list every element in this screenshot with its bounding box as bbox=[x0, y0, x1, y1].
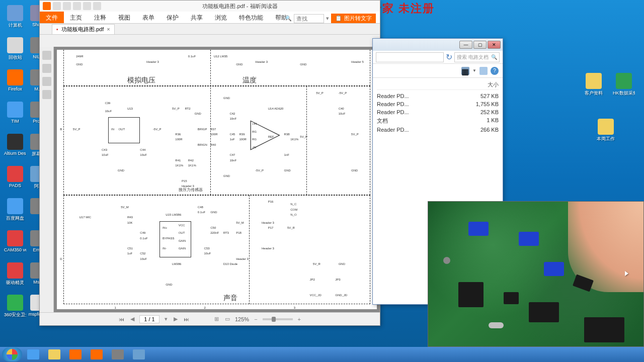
first-page-icon[interactable]: ⏮ bbox=[118, 316, 125, 322]
zoom-in-icon[interactable]: + bbox=[297, 316, 302, 322]
explorer-titlebar: — ▢ ✕ bbox=[373, 39, 503, 51]
cursor-icon bbox=[625, 271, 628, 276]
section-label-temp: 温度 bbox=[243, 76, 257, 85]
pdf-content-area: 模拟电压 温度 声音 接压力传感器 249R GND Header 3 0.1u… bbox=[40, 47, 380, 312]
taskbar bbox=[0, 347, 644, 362]
file-row[interactable]: Reader PD...266 KB bbox=[377, 126, 499, 134]
app-icon bbox=[43, 2, 51, 10]
close-tab-icon[interactable]: × bbox=[107, 26, 110, 32]
pdf-icon: ▪ bbox=[56, 26, 58, 32]
undo-icon[interactable] bbox=[83, 2, 91, 10]
ribbon-tab-5[interactable]: 保护 bbox=[160, 12, 185, 23]
desktop-folder[interactable]: 本周工作 bbox=[596, 119, 616, 147]
search-icon: 🔍 bbox=[285, 15, 292, 22]
explorer-address-bar: ↻ 搜索 电路文档 🔍 bbox=[373, 51, 503, 64]
ribbon-tab-8[interactable]: 特色功能 bbox=[233, 12, 269, 23]
maximize-button[interactable]: ▢ bbox=[473, 41, 487, 49]
pdf-sidebar bbox=[40, 47, 54, 312]
search-dropdown-icon[interactable]: ▾ bbox=[326, 15, 329, 22]
taskbar-item-firefox[interactable] bbox=[65, 348, 86, 361]
prev-page-icon[interactable]: ◀ bbox=[129, 316, 135, 322]
desktop-shortcut[interactable]: 百度网盘 bbox=[5, 198, 25, 226]
taskbar-item-explorer[interactable] bbox=[44, 348, 64, 361]
file-row[interactable]: Reader PD...252 KB bbox=[377, 108, 499, 116]
thumbnail-icon[interactable] bbox=[42, 64, 51, 73]
zoom-out-icon[interactable]: − bbox=[253, 316, 258, 322]
open-icon[interactable] bbox=[53, 2, 61, 10]
pdf-statusbar: ⏮ ◀ ▾ ▶ ⏭ ⊞ ▭ 125% − + bbox=[40, 312, 380, 325]
help-icon[interactable]: ? bbox=[491, 67, 499, 75]
pdf-reader-window: 功能板电路图.pdf - 福昕阅读器 文件主页注释视图表单保护共享浏览特色功能帮… bbox=[39, 0, 380, 326]
ribbon-tab-4[interactable]: 表单 bbox=[136, 12, 160, 23]
ribbon-tab-3[interactable]: 视图 bbox=[112, 12, 136, 23]
dropdown-icon[interactable]: ▾ bbox=[164, 316, 169, 322]
ocr-icon: 📋 bbox=[335, 15, 342, 22]
search-field[interactable]: 搜索 电路文档 🔍 bbox=[454, 52, 500, 62]
last-page-icon[interactable]: ⏭ bbox=[183, 316, 190, 322]
pdf-search-area: 🔍 ▾ 📋 图片转文字 bbox=[285, 14, 376, 23]
file-row[interactable]: Reader PD...527 KB bbox=[377, 92, 499, 100]
fit-width-icon[interactable]: ⊞ bbox=[213, 316, 220, 322]
layers-icon[interactable] bbox=[42, 90, 51, 99]
preview-pane-icon[interactable] bbox=[479, 67, 488, 75]
address-field[interactable] bbox=[376, 52, 444, 62]
zoom-level: 125% bbox=[235, 316, 249, 322]
desktop-shortcut[interactable]: Firefox bbox=[5, 69, 25, 98]
minimize-button[interactable]: — bbox=[459, 41, 472, 49]
document-tabbar: ▪ 功能板电路图.pdf × bbox=[40, 24, 380, 35]
desktop-shortcut[interactable]: CAM350 ver 8.6 bbox=[5, 230, 25, 258]
ribbon-tab-0[interactable]: 文件 bbox=[40, 12, 64, 23]
desktop-shortcut[interactable]: TIM bbox=[5, 102, 25, 130]
view-dropdown-icon[interactable]: ▼ bbox=[472, 68, 476, 73]
taskbar-item-foxit[interactable] bbox=[87, 348, 107, 361]
search-icon: 🔍 bbox=[491, 54, 497, 60]
desktop-shortcut[interactable]: 360安全卫士 bbox=[5, 295, 25, 323]
ribbon-tab-1[interactable]: 主页 bbox=[64, 12, 88, 23]
search-input[interactable] bbox=[294, 14, 324, 23]
desktop-icons-right-2: 本周工作 bbox=[596, 119, 616, 151]
file-row[interactable]: Reader PD...1,755 KB bbox=[377, 100, 499, 108]
pdf-canvas[interactable]: 模拟电压 温度 声音 接压力传感器 249R GND Header 3 0.1u… bbox=[54, 47, 380, 312]
desktop-shortcut[interactable]: 客户资料 bbox=[584, 73, 604, 101]
save-icon[interactable] bbox=[63, 2, 71, 10]
print-icon[interactable] bbox=[73, 2, 81, 10]
desktop-icons-col1: 计算机回收站FirefoxTIMAltium DesignerPADS百度网盘C… bbox=[5, 5, 25, 327]
ribbon-tab-7[interactable]: 浏览 bbox=[209, 12, 233, 23]
desktop-shortcut[interactable]: 回收站 bbox=[5, 37, 25, 65]
redo-icon[interactable] bbox=[93, 2, 101, 10]
explorer-toolbar: ▦ ▼ ? bbox=[373, 64, 503, 78]
ribbon-tab-2[interactable]: 注释 bbox=[88, 12, 112, 23]
attachment-icon[interactable] bbox=[42, 77, 51, 86]
desktop-shortcut[interactable]: 计算机 bbox=[5, 5, 25, 33]
taskbar-item-app[interactable] bbox=[129, 348, 149, 361]
bookmark-icon[interactable] bbox=[42, 51, 51, 60]
section-label-pressure: 接压力传感器 bbox=[179, 187, 203, 193]
schematic-page: 模拟电压 温度 声音 接压力传感器 249R GND Header 3 0.1u… bbox=[57, 50, 377, 309]
ribbon-tab-6[interactable]: 共享 bbox=[185, 12, 209, 23]
close-button[interactable]: ✕ bbox=[488, 41, 501, 49]
window-title: 功能板电路图.pdf - 福昕阅读器 bbox=[103, 3, 377, 10]
windows-logo-icon bbox=[7, 349, 18, 360]
desktop-shortcut[interactable]: HK数据采集卡型号规... bbox=[614, 73, 634, 101]
view-options-icon[interactable]: ▦ bbox=[461, 67, 469, 75]
next-page-icon[interactable]: ▶ bbox=[173, 316, 179, 322]
column-headers[interactable]: 大小 bbox=[377, 81, 499, 90]
page-number-input[interactable] bbox=[139, 315, 159, 323]
document-tab[interactable]: ▪ 功能板电路图.pdf × bbox=[52, 24, 115, 34]
file-row[interactable]: 文档1 KB bbox=[377, 116, 499, 126]
desktop-shortcut[interactable]: 驱动精灵 bbox=[5, 262, 25, 291]
pcb-camera-inset bbox=[428, 201, 644, 347]
desktop-icons-right: 客户资料HK数据采集卡型号规... bbox=[584, 73, 634, 105]
section-label-analog: 模拟电压 bbox=[127, 76, 155, 85]
taskbar-item-recorder[interactable] bbox=[108, 348, 128, 361]
desktop-shortcut[interactable]: Altium Designer bbox=[5, 134, 25, 162]
image-to-text-button[interactable]: 📋 图片转文字 bbox=[331, 14, 376, 23]
taskbar-item-ie[interactable] bbox=[23, 348, 43, 361]
explorer-file-list: 大小 Reader PD...527 KBReader PD...1,755 K… bbox=[373, 78, 503, 137]
fit-page-icon[interactable]: ▭ bbox=[224, 316, 231, 322]
desktop-shortcut[interactable]: PADS bbox=[5, 166, 25, 194]
start-button[interactable] bbox=[2, 347, 22, 361]
zoom-slider[interactable] bbox=[263, 318, 293, 320]
size-column-header[interactable]: 大小 bbox=[488, 81, 499, 88]
refresh-icon[interactable]: ↻ bbox=[446, 52, 452, 62]
